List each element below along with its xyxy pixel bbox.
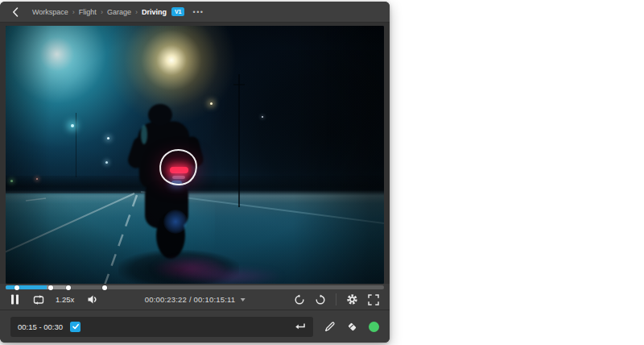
- back-chevron-icon: [12, 7, 19, 17]
- timecode-dropdown[interactable]: 00:00:23:22 / 00:10:15:11: [145, 295, 246, 304]
- back-button[interactable]: [10, 6, 21, 18]
- rotate-cw-button[interactable]: [315, 294, 326, 306]
- submit-comment-button[interactable]: [295, 322, 306, 331]
- breadcrumb-item-garage[interactable]: Garage: [107, 8, 131, 16]
- more-options-icon[interactable]: •••: [192, 8, 204, 16]
- playback-speed-button[interactable]: 1.25x: [56, 295, 74, 304]
- fullscreen-button[interactable]: [368, 294, 379, 306]
- breadcrumb-separator: ›: [72, 8, 75, 16]
- range-checkbox[interactable]: [70, 322, 80, 332]
- timecode-dropdown-caret: [240, 298, 245, 301]
- breadcrumb-separator: ›: [135, 8, 138, 16]
- breadcrumb-item-workspace[interactable]: Workspace: [32, 8, 68, 16]
- comment-bar: 00:15 - 00:30: [0, 310, 390, 343]
- rotate-ccw-icon: [294, 294, 305, 306]
- version-badge[interactable]: V1: [171, 7, 185, 16]
- pause-button[interactable]: [10, 294, 19, 305]
- timecode-display: 00:00:23:22 / 00:10:15:11: [145, 295, 236, 304]
- eraser-button[interactable]: [346, 321, 358, 333]
- volume-button[interactable]: [87, 294, 98, 305]
- right-controls: [294, 293, 379, 306]
- breadcrumb-item-flight[interactable]: Flight: [79, 8, 97, 16]
- check-icon: [72, 322, 80, 330]
- comment-input[interactable]: 00:15 - 00:30: [10, 317, 313, 337]
- settings-button[interactable]: [346, 293, 358, 306]
- rotate-cw-icon: [315, 294, 326, 306]
- draw-pen-button[interactable]: [324, 321, 336, 333]
- breadcrumb-current-driving[interactable]: Driving: [142, 8, 167, 16]
- video-canvas[interactable]: [6, 26, 384, 284]
- gear-icon: [346, 293, 358, 306]
- time-range-chip: 00:15 - 00:30: [18, 322, 63, 331]
- loop-button[interactable]: [32, 294, 45, 306]
- annotation-tools: [324, 321, 379, 333]
- controls-divider: [336, 293, 336, 306]
- pause-icon: [10, 294, 19, 305]
- volume-icon: [87, 294, 98, 305]
- scene-vignette: [6, 26, 384, 284]
- loop-icon: [32, 294, 45, 306]
- breadcrumb: Workspace › Flight › Garage › Driving V1…: [0, 2, 390, 23]
- player-area: 1.25x 00:00:23:22 / 00:10:15:11: [0, 23, 390, 310]
- rotate-ccw-button[interactable]: [294, 294, 305, 306]
- fullscreen-icon: [368, 294, 379, 306]
- status-dot[interactable]: [369, 322, 379, 332]
- breadcrumb-separator: ›: [101, 8, 103, 16]
- pen-icon: [324, 321, 336, 333]
- video-review-window: Workspace › Flight › Garage › Driving V1…: [0, 2, 390, 343]
- eraser-icon: [346, 321, 358, 333]
- playback-controls: 1.25x 00:00:23:22 / 00:10:15:11: [0, 289, 390, 310]
- return-icon: [295, 322, 306, 331]
